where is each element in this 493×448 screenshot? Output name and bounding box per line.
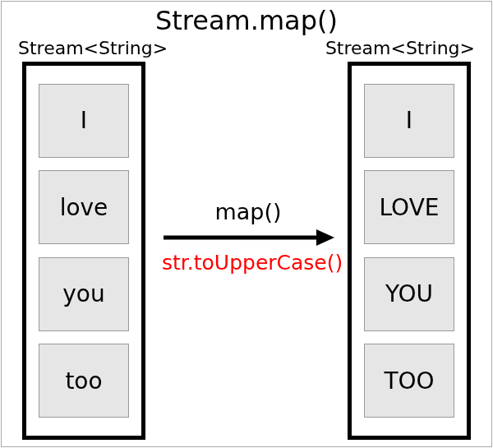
stream-item: LOVE <box>364 170 454 244</box>
stream-item: YOU <box>364 257 454 331</box>
left-stream-box: I love you too <box>22 62 145 440</box>
diagram-title: Stream.map() <box>2 5 491 36</box>
map-method-label: map() <box>162 199 334 224</box>
diagram-frame: Stream.map() Stream<String> Stream<Strin… <box>1 1 492 447</box>
stream-item: you <box>39 257 129 331</box>
svg-marker-1 <box>316 229 334 246</box>
right-stream-box: I LOVE YOU TOO <box>348 62 471 440</box>
right-stream-label: Stream<String> <box>325 38 475 58</box>
stream-item: TOO <box>364 344 454 418</box>
stream-item: I <box>364 84 454 158</box>
arrow-icon <box>162 228 334 247</box>
map-operation: map() str.toUpperCase() <box>162 199 334 275</box>
left-stream-label: Stream<String> <box>18 38 168 58</box>
stream-item: too <box>39 344 129 418</box>
stream-item: I <box>39 84 129 158</box>
stream-item: love <box>39 170 129 244</box>
map-function-label: str.toUpperCase() <box>162 251 334 275</box>
